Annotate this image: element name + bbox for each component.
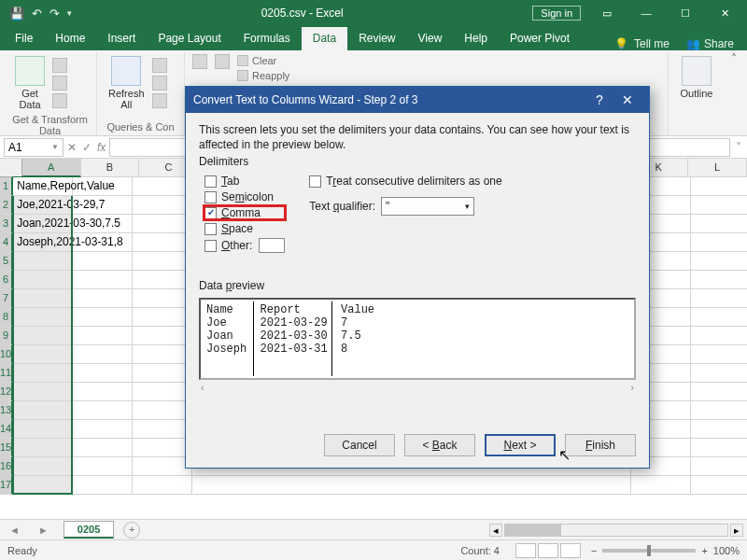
queries-icon[interactable] xyxy=(152,58,167,73)
cell[interactable]: Joseph,2021-03-31,8 xyxy=(13,233,73,252)
view-page-layout-icon[interactable] xyxy=(538,543,558,558)
sheet-tab[interactable]: 0205 xyxy=(63,521,114,539)
tab-view[interactable]: View xyxy=(407,27,454,50)
row-head[interactable]: 16 xyxy=(0,457,13,476)
outline-button[interactable]: Outline xyxy=(676,54,717,101)
col-head-b[interactable]: B xyxy=(81,159,140,177)
text-qualifier-select[interactable]: "▾ xyxy=(381,197,474,216)
row-head[interactable]: 8 xyxy=(0,308,13,327)
from-text-icon[interactable] xyxy=(52,58,67,73)
cell[interactable]: Name,Report,Value xyxy=(13,177,73,196)
collapse-ribbon-icon[interactable]: ˄ xyxy=(725,52,743,135)
share-icon: 👥 xyxy=(686,37,700,50)
treat-consecutive-checkbox[interactable]: Treat consecutive delimiters as one xyxy=(309,175,501,188)
ribbon-options-icon[interactable]: ▭ xyxy=(588,2,626,24)
hscroll-left-icon[interactable]: ◂ xyxy=(489,524,502,537)
from-table-icon[interactable] xyxy=(52,93,67,108)
row-head[interactable]: 4 xyxy=(0,233,13,252)
finish-button[interactable]: Finish xyxy=(565,434,636,456)
delimiter-tab-checkbox[interactable]: Tab xyxy=(204,175,285,188)
row-head[interactable]: 5 xyxy=(0,252,13,271)
delimiter-space-checkbox[interactable]: Space xyxy=(204,222,285,235)
clear-filter[interactable]: Clear xyxy=(237,54,289,67)
view-normal-icon[interactable] xyxy=(515,543,536,558)
delimiter-other-checkbox[interactable]: Other: xyxy=(204,238,285,253)
accept-entry-icon[interactable]: ✓ xyxy=(82,141,92,154)
row-headers: 1 2 3 4 5 6 7 8 9 10 11 12 13 14 15 16 1… xyxy=(0,177,13,495)
minimize-icon[interactable]: — xyxy=(627,2,665,24)
save-icon[interactable]: 💾 xyxy=(9,7,24,21)
zoom-control[interactable]: − + 100% xyxy=(591,545,740,556)
delimiter-semicolon-checkbox[interactable]: Semicolon xyxy=(204,190,285,203)
tab-review[interactable]: Review xyxy=(347,27,406,50)
delimiter-other-input[interactable] xyxy=(259,238,285,253)
tell-me[interactable]: 💡Tell me xyxy=(607,37,677,50)
row-head[interactable]: 14 xyxy=(0,420,13,439)
expand-formula-bar-icon[interactable]: ˅ xyxy=(730,141,747,154)
refresh-all-button[interactable]: Refresh All xyxy=(105,54,148,112)
back-button[interactable]: < Back xyxy=(404,434,475,456)
qat-overflow-icon[interactable]: ▾ xyxy=(67,8,72,18)
close-icon[interactable]: ✕ xyxy=(706,2,743,24)
get-data-button[interactable]: Get Data xyxy=(11,54,49,112)
from-web-icon[interactable] xyxy=(52,76,67,91)
row-head[interactable]: 15 xyxy=(0,439,13,457)
close-icon[interactable]: ✕ xyxy=(613,92,641,107)
row-head[interactable]: 6 xyxy=(0,271,13,289)
sheet-nav-prev-icon[interactable]: ◄ xyxy=(0,525,29,536)
sort-az-icon[interactable] xyxy=(192,54,207,69)
undo-icon[interactable]: ↶ xyxy=(32,7,42,21)
row-head[interactable]: 12 xyxy=(0,383,13,401)
sheet-nav-next-icon[interactable]: ► xyxy=(29,525,58,536)
sign-in-button[interactable]: Sign in xyxy=(532,6,581,21)
help-icon[interactable]: ? xyxy=(585,92,613,107)
col-head-l[interactable]: L xyxy=(688,159,747,177)
view-page-break-icon[interactable] xyxy=(560,543,581,558)
cell[interactable]: Joan,2021-03-30,7.5 xyxy=(13,215,73,233)
next-button[interactable]: Next > xyxy=(485,434,556,456)
row-head[interactable]: 3 xyxy=(0,215,13,233)
row-head[interactable]: 7 xyxy=(0,289,13,308)
add-sheet-button[interactable]: + xyxy=(123,522,140,539)
reapply-filter[interactable]: Reapply xyxy=(237,69,289,82)
horizontal-scrollbar[interactable] xyxy=(504,524,728,537)
share-button[interactable]: 👥Share xyxy=(677,37,743,50)
tab-insert[interactable]: Insert xyxy=(96,27,147,50)
row-head[interactable]: 9 xyxy=(0,327,13,345)
tab-formulas[interactable]: Formulas xyxy=(233,27,302,50)
clear-icon xyxy=(237,55,248,66)
tab-file[interactable]: File xyxy=(4,27,44,50)
redo-icon[interactable]: ↷ xyxy=(49,7,60,21)
hscroll-right-icon[interactable]: ▸ xyxy=(730,524,743,537)
fx-icon[interactable]: fx xyxy=(97,141,106,154)
properties-icon[interactable] xyxy=(152,76,167,91)
maximize-icon[interactable]: ☐ xyxy=(667,2,704,24)
row-head[interactable]: 11 xyxy=(0,364,13,383)
row-head[interactable]: 2 xyxy=(0,196,13,215)
tab-home[interactable]: Home xyxy=(44,27,96,50)
cancel-entry-icon[interactable]: ✕ xyxy=(67,141,77,154)
cancel-button[interactable]: Cancel xyxy=(324,434,395,456)
row-head[interactable]: 10 xyxy=(0,345,13,364)
dialog-titlebar[interactable]: Convert Text to Columns Wizard - Step 2 … xyxy=(186,87,649,113)
tab-help[interactable]: Help xyxy=(453,27,499,50)
tab-power-pivot[interactable]: Power Pivot xyxy=(499,27,581,50)
tab-data[interactable]: Data xyxy=(302,27,347,50)
name-box[interactable]: A1▼ xyxy=(4,138,63,157)
zoom-in-icon[interactable]: + xyxy=(701,545,707,556)
sort-za-icon[interactable] xyxy=(215,54,230,69)
cell[interactable]: Joe,2021-03-29,7 xyxy=(13,196,73,215)
edit-links-icon[interactable] xyxy=(152,93,167,108)
row-head[interactable]: 13 xyxy=(0,401,13,420)
preview-scroll-right-icon[interactable]: › xyxy=(630,382,634,393)
chevron-down-icon: ▼ xyxy=(51,143,59,151)
zoom-slider[interactable] xyxy=(602,549,696,553)
zoom-out-icon[interactable]: − xyxy=(591,545,597,556)
delimiter-comma-checkbox[interactable]: Comma xyxy=(204,206,285,219)
select-all-corner[interactable] xyxy=(0,159,22,177)
preview-scroll-left-icon[interactable]: ‹ xyxy=(201,382,204,393)
col-head-a[interactable]: A xyxy=(22,159,81,177)
tab-page-layout[interactable]: Page Layout xyxy=(147,27,232,50)
row-head[interactable]: 1 xyxy=(0,177,13,196)
row-head[interactable]: 17 xyxy=(0,476,13,495)
